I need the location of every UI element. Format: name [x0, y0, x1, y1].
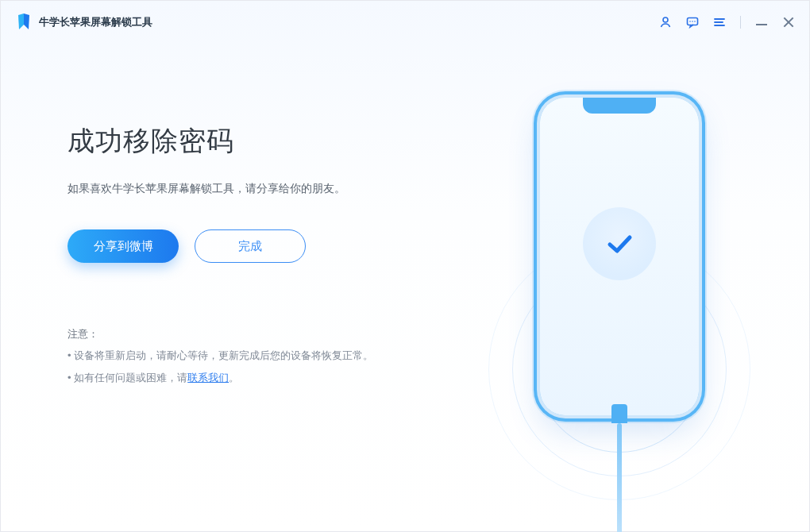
share-button[interactable]: 分享到微博: [68, 229, 179, 263]
user-icon[interactable]: [659, 16, 672, 29]
minimize-button[interactable]: [755, 16, 768, 29]
page-subtitle: 如果喜欢牛学长苹果屏幕解锁工具，请分享给你的朋友。: [68, 182, 430, 196]
success-check-icon: [583, 207, 656, 280]
done-button[interactable]: 完成: [195, 229, 306, 263]
svg-point-0: [663, 17, 668, 22]
cable: [617, 423, 622, 532]
notes-section: 注意： • 设备将重新启动，请耐心等待，更新完成后您的设备将恢复正常。 • 如有…: [68, 323, 430, 388]
note-item: • 设备将重新启动，请耐心等待，更新完成后您的设备将恢复正常。: [68, 345, 430, 366]
note-text: 设备将重新启动，请耐心等待，更新完成后您的设备将恢复正常。: [74, 349, 373, 361]
app-logo-icon: [17, 13, 31, 31]
content: 成功移除密码 如果喜欢牛学长苹果屏幕解锁工具，请分享给你的朋友。 分享到微博 完…: [1, 44, 809, 531]
illustration-pane: [430, 44, 809, 531]
phone-illustration: [540, 98, 699, 415]
page-title: 成功移除密码: [68, 123, 430, 160]
svg-point-3: [692, 21, 693, 22]
close-button[interactable]: [782, 16, 795, 29]
phone-notch: [583, 98, 656, 114]
titlebar-right: [659, 16, 795, 29]
button-row: 分享到微博 完成: [68, 229, 430, 263]
left-pane: 成功移除密码 如果喜欢牛学长苹果屏幕解锁工具，请分享给你的朋友。 分享到微博 完…: [1, 44, 430, 531]
notes-title: 注意：: [68, 323, 430, 345]
app-window: 牛学长苹果屏幕解锁工具: [0, 0, 810, 532]
cable-plug: [611, 404, 627, 423]
app-title: 牛学长苹果屏幕解锁工具: [39, 15, 152, 29]
menu-icon[interactable]: [713, 16, 726, 29]
note-text: 。: [229, 372, 239, 384]
titlebar-separator: [740, 16, 741, 29]
note-item: • 如有任何问题或困难，请联系我们。: [68, 367, 430, 388]
titlebar: 牛学长苹果屏幕解锁工具: [1, 1, 809, 44]
contact-us-link[interactable]: 联系我们: [187, 372, 229, 384]
svg-point-2: [689, 21, 691, 22]
titlebar-left: 牛学长苹果屏幕解锁工具: [17, 13, 152, 31]
feedback-icon[interactable]: [686, 16, 699, 29]
svg-point-4: [694, 21, 696, 22]
note-text: 如有任何问题或困难，请: [74, 372, 187, 384]
